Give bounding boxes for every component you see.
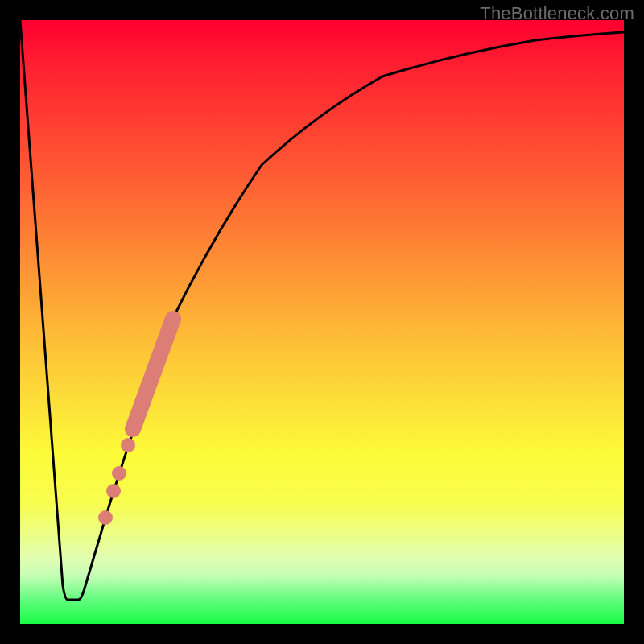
highlight-dot [98, 510, 113, 525]
highlight-dot [112, 466, 126, 481]
plot-area [20, 20, 624, 624]
highlight-markers [98, 319, 173, 525]
highlight-dot [121, 438, 135, 452]
chart-frame: TheBottleneck.com [0, 0, 644, 644]
curve-layer [20, 20, 624, 624]
highlight-segment [133, 319, 173, 429]
highlight-dot [106, 484, 121, 498]
